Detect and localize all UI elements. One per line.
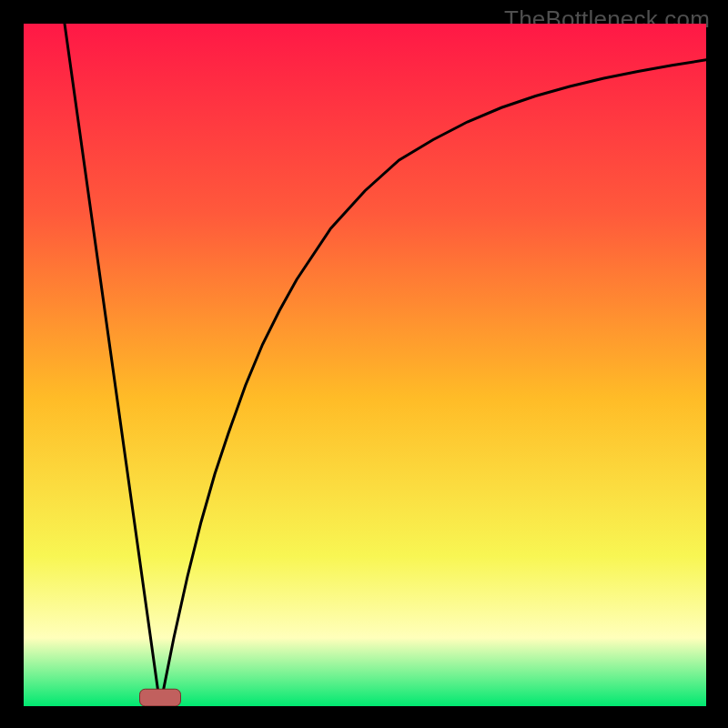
chart-frame: TheBottleneck.com [0, 0, 728, 728]
chart-svg [24, 24, 706, 706]
plot-area [24, 24, 706, 706]
bottleneck-marker [140, 689, 181, 706]
gradient-background [24, 24, 706, 706]
